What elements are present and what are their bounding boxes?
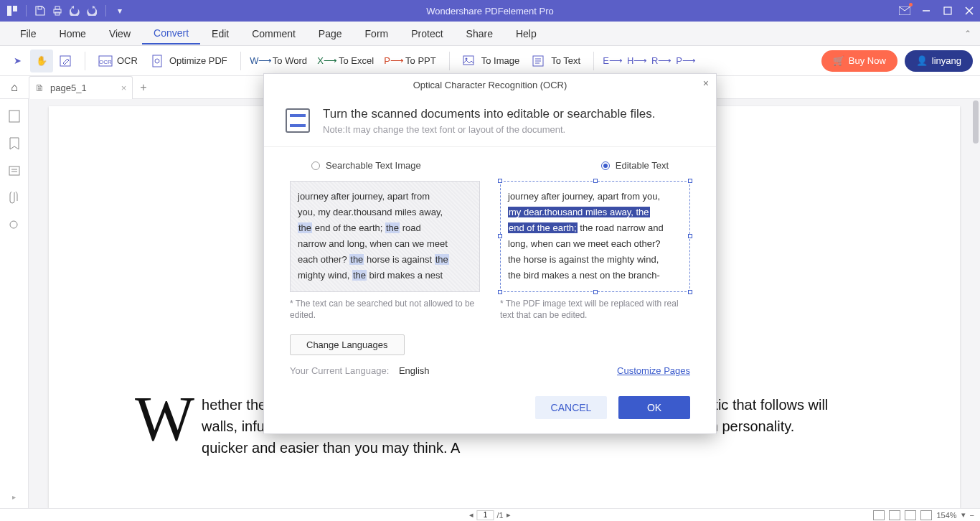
menu-protect[interactable]: Protect <box>400 24 454 44</box>
rtf-icon: R⟶ <box>654 55 669 67</box>
bookmarks-icon[interactable] <box>7 136 22 151</box>
menu-file[interactable]: File <box>9 24 48 44</box>
add-tab-button[interactable]: + <box>140 81 146 94</box>
edit-tool-button[interactable] <box>55 50 77 72</box>
ocr-button[interactable]: OCROCR <box>93 50 143 72</box>
optimize-pdf-button[interactable]: Optimize PDF <box>145 50 233 72</box>
to-image-button[interactable]: To Image <box>457 50 525 72</box>
radio-searchable[interactable]: Searchable Text Image <box>311 160 421 171</box>
print-icon[interactable] <box>51 4 64 17</box>
view-single-icon[interactable] <box>873 510 885 520</box>
rail-collapse-icon[interactable]: ▸ <box>12 493 16 501</box>
svg-rect-1 <box>13 6 17 11</box>
quickaccess-dropdown-icon[interactable]: ▾ <box>113 4 126 17</box>
menu-page[interactable]: Page <box>307 24 354 44</box>
optimize-label: Optimize PDF <box>169 55 227 66</box>
collapse-ribbon-icon[interactable]: ⌃ <box>964 29 971 39</box>
to-text-label: To Text <box>551 55 580 66</box>
menu-view[interactable]: View <box>98 24 142 44</box>
svg-point-17 <box>465 57 467 60</box>
caption-editable: * The PDF image text will be replaced wi… <box>500 298 690 322</box>
buy-now-label: Buy Now <box>849 55 886 66</box>
svg-point-15 <box>155 59 159 63</box>
optimize-icon <box>151 55 165 67</box>
ribbon-convert: ➤ ✋ OCROCR Optimize PDF W⟶To Word X⟶To E… <box>0 46 980 76</box>
menu-form[interactable]: Form <box>354 24 400 44</box>
home-icon: ⌂ <box>11 81 18 94</box>
radio-icon <box>311 161 320 170</box>
menu-home[interactable]: Home <box>48 24 98 44</box>
ocr-label: OCR <box>117 55 138 66</box>
radio-icon-selected <box>601 161 610 170</box>
user-button[interactable]: 👤linyang <box>905 50 973 72</box>
dropcap: W <box>135 394 202 444</box>
cancel-button[interactable]: CANCEL <box>535 396 607 419</box>
document-tab[interactable]: 🗎 page5_1 × <box>29 76 133 99</box>
home-tab-button[interactable]: ⌂ <box>0 81 29 94</box>
svg-text:OCR: OCR <box>99 59 112 65</box>
view-facing-continuous-icon[interactable] <box>920 510 932 520</box>
close-button[interactable] <box>958 0 980 22</box>
radio-editable[interactable]: Editable Text <box>601 160 669 171</box>
customize-pages-link[interactable]: Customize Pages <box>617 365 690 376</box>
pdfa-icon: P⟶ <box>679 55 693 67</box>
current-language-value: English <box>399 365 430 376</box>
to-epub-button[interactable]: E⟶ <box>601 50 624 72</box>
dialog-close-icon[interactable]: × <box>703 78 709 89</box>
save-icon[interactable] <box>34 4 47 17</box>
to-pdfa-button[interactable]: P⟶ <box>674 50 697 72</box>
buy-now-button[interactable]: 🛒Buy Now <box>821 50 897 72</box>
page-input[interactable] <box>476 510 494 520</box>
user-name: linyang <box>932 55 961 66</box>
ok-button[interactable]: OK <box>618 396 690 419</box>
to-excel-button[interactable]: X⟶To Excel <box>314 50 380 72</box>
hand-tool-button[interactable]: ✋ <box>30 50 53 72</box>
to-rtf-button[interactable]: R⟶ <box>650 50 673 72</box>
scrollbar-thumb[interactable] <box>973 100 979 144</box>
to-word-label: To Word <box>273 55 307 66</box>
redo-icon[interactable] <box>85 4 98 17</box>
cursor-icon: ➤ <box>10 55 24 67</box>
current-language-label: Your Current Language: <box>290 365 389 376</box>
mail-icon[interactable] <box>894 0 915 22</box>
minimize-button[interactable] <box>915 0 937 22</box>
to-excel-label: To Excel <box>339 55 374 66</box>
zoom-dropdown-icon[interactable]: ▾ <box>961 510 966 520</box>
epub-icon: E⟶ <box>606 55 620 67</box>
caption-searchable: * The text can be searched but not allow… <box>290 298 480 322</box>
select-tool-button[interactable]: ➤ <box>6 50 29 72</box>
preview-editable[interactable]: journey after journey, apart from you, m… <box>500 181 690 292</box>
ocr-intro-icon <box>286 108 310 133</box>
page-prev-icon[interactable]: ◂ <box>469 510 473 520</box>
svg-rect-2 <box>38 6 42 9</box>
text-icon <box>532 55 547 67</box>
close-tab-icon[interactable]: × <box>121 83 127 93</box>
to-html-button[interactable]: H⟶ <box>626 50 649 72</box>
menu-comment[interactable]: Comment <box>240 24 307 44</box>
menu-help[interactable]: Help <box>504 24 548 44</box>
change-languages-button[interactable]: Change Languages <box>290 334 405 355</box>
comments-icon[interactable] <box>7 164 22 178</box>
undo-icon[interactable] <box>68 4 81 17</box>
attachments-icon[interactable] <box>7 191 22 205</box>
menu-share[interactable]: Share <box>455 24 504 44</box>
ppt-icon: P⟶ <box>387 55 401 67</box>
to-text-button[interactable]: To Text <box>527 50 586 72</box>
menu-convert[interactable]: Convert <box>142 23 200 44</box>
search-rail-icon[interactable] <box>7 218 22 233</box>
dialog-intro-title: Turn the scanned documents into editable… <box>323 107 655 121</box>
left-rail: ▸ <box>0 99 29 508</box>
page-next-icon[interactable]: ▸ <box>507 510 511 520</box>
maximize-button[interactable] <box>937 0 958 22</box>
zoom-out-icon[interactable]: − <box>970 511 974 520</box>
to-word-button[interactable]: W⟶To Word <box>248 50 313 72</box>
word-icon: W⟶ <box>254 55 268 67</box>
to-ppt-button[interactable]: P⟶To PPT <box>381 50 442 72</box>
view-facing-icon[interactable] <box>905 510 916 520</box>
cart-icon: 🛒 <box>833 55 844 66</box>
svg-rect-22 <box>9 111 19 122</box>
thumbnails-icon[interactable] <box>7 109 22 123</box>
view-continuous-icon[interactable] <box>889 510 900 520</box>
dialog-title: Optical Character Recognition (OCR) <box>413 80 567 90</box>
menu-edit[interactable]: Edit <box>200 24 240 44</box>
